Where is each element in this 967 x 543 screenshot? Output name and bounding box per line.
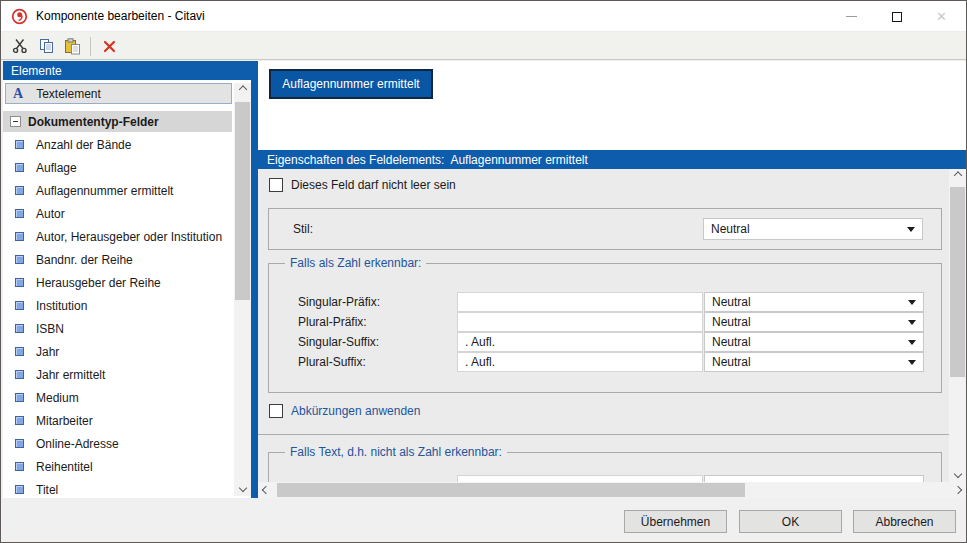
sidebar-item-label: Medium — [36, 391, 79, 405]
sidebar-item-label: Mitarbeiter — [36, 414, 93, 428]
delete-button[interactable] — [96, 35, 122, 58]
main-pane: Auflagennummer ermittelt Eigenschaften d… — [258, 61, 966, 498]
sidebar-item-textelement[interactable]: A Textelement — [5, 83, 232, 104]
maximize-button[interactable] — [874, 1, 919, 32]
field-element-chip[interactable]: Auflagennummer ermittelt — [269, 69, 433, 99]
sidebar-item-mitarbeiter[interactable]: Mitarbeiter — [3, 409, 232, 432]
singular-prefix-style-dropdown[interactable]: Neutral — [704, 292, 924, 312]
sidebar-item-autor-herausgeber-institution[interactable]: Autor, Herausgeber oder Institution — [3, 225, 232, 248]
sidebar-item-label: ISBN — [36, 322, 64, 336]
cancel-button[interactable]: Abbrechen — [853, 510, 956, 533]
field-icon — [15, 255, 24, 264]
collapse-minus-icon[interactable] — [10, 116, 21, 127]
sidebar-item-label: Textelement — [36, 87, 101, 101]
sidebar-item-label: Jahr — [36, 345, 59, 359]
sidebar-item-jahr-ermittelt[interactable]: Jahr ermittelt — [3, 363, 232, 386]
paste-icon — [64, 38, 81, 55]
delete-x-icon — [102, 39, 117, 54]
dropdown-arrow-icon — [908, 300, 916, 305]
sidebar-item-anzahl-der-baende[interactable]: Anzahl der Bände — [3, 133, 232, 156]
scroll-up-button[interactable] — [949, 169, 966, 185]
ok-button[interactable]: OK — [739, 510, 842, 533]
field-icon — [15, 393, 24, 402]
sidebar-item-label: Jahr ermittelt — [36, 368, 105, 382]
singular-suffix-input[interactable]: . Aufl. — [457, 332, 703, 352]
sidebar-item-auflage[interactable]: Auflage — [3, 156, 232, 179]
sidebar-scrollbar[interactable] — [234, 83, 251, 496]
scroll-down-button[interactable] — [949, 466, 966, 482]
scroll-right-button[interactable] — [950, 482, 966, 498]
text-group-dropdown[interactable] — [704, 475, 924, 482]
close-icon: ✕ — [936, 10, 947, 23]
chevron-down-icon — [953, 470, 961, 478]
plural-prefix-style-dropdown[interactable]: Neutral — [704, 312, 924, 332]
plural-suffix-style-dropdown[interactable]: Neutral — [704, 352, 924, 372]
chevron-right-icon — [954, 486, 962, 494]
sidebar-item-institution[interactable]: Institution — [3, 294, 232, 317]
close-button[interactable]: ✕ — [919, 1, 964, 32]
sidebar-item-label: Anzahl der Bände — [36, 138, 131, 152]
sidebar-item-label: Auflage — [36, 161, 77, 175]
singular-suffix-style-dropdown[interactable]: Neutral — [704, 332, 924, 352]
sidebar-item-medium[interactable]: Medium — [3, 386, 232, 409]
elements-sidebar: Elemente A Textelement Dokumententyp-Fel… — [3, 61, 251, 498]
apply-button[interactable]: Übernehmen — [624, 510, 727, 533]
properties-vertical-scrollbar[interactable] — [949, 169, 966, 482]
field-icon — [15, 209, 24, 218]
window-controls: ✕ — [829, 1, 964, 32]
text-group-fieldset: Falls Text, d.h. nicht als Zahl erkennba… — [268, 452, 942, 482]
toolbar-separator — [90, 37, 91, 56]
field-icon — [15, 370, 24, 379]
toolbar — [1, 33, 966, 60]
paste-button[interactable] — [59, 35, 85, 58]
footer: Übernehmen OK Abbrechen — [1, 498, 966, 543]
cut-button[interactable] — [7, 35, 33, 58]
sidebar-item-label: Autor, Herausgeber oder Institution — [36, 230, 222, 244]
not-empty-checkbox-label: Dieses Feld darf nicht leer sein — [291, 178, 456, 192]
text-group-partial-row — [269, 475, 941, 482]
citavi-logo-icon — [11, 8, 28, 25]
dropdown-value: Neutral — [712, 335, 751, 349]
sidebar-item-jahr[interactable]: Jahr — [3, 340, 232, 363]
abbrev-checkbox[interactable] — [269, 404, 283, 418]
sidebar-item-label: Reihentitel — [36, 460, 93, 474]
sidebar-group-dokumententyp-felder[interactable]: Dokumententyp-Felder — [3, 111, 232, 132]
chevron-up-icon — [953, 171, 961, 179]
component-canvas: Auflagennummer ermittelt — [258, 61, 966, 150]
scroll-up-button[interactable] — [234, 83, 251, 99]
properties-panel: Dieses Feld darf nicht leer sein Stil: N… — [258, 169, 966, 498]
sidebar-item-bandnr-der-reihe[interactable]: Bandnr. der Reihe — [3, 248, 232, 271]
pane-splitter[interactable] — [251, 61, 258, 498]
scroll-down-button[interactable] — [234, 480, 251, 496]
minimize-button[interactable] — [829, 1, 874, 32]
text-group-input[interactable] — [457, 475, 703, 482]
plural-suffix-label: Plural-Suffix: — [298, 355, 366, 369]
scroll-left-button[interactable] — [258, 482, 274, 498]
plural-suffix-input[interactable]: . Aufl. — [457, 352, 703, 372]
scrollbar-thumb[interactable] — [950, 187, 965, 377]
dropdown-arrow-icon — [908, 360, 916, 365]
not-empty-checkbox[interactable] — [269, 178, 283, 192]
sidebar-item-auflagennummer-ermittelt[interactable]: Auflagennummer ermittelt — [3, 179, 232, 202]
sidebar-item-label: Online-Adresse — [36, 437, 119, 451]
scrollbar-thumb[interactable] — [277, 483, 745, 497]
properties-horizontal-scrollbar[interactable] — [258, 482, 966, 498]
sidebar-item-online-adresse[interactable]: Online-Adresse — [3, 432, 232, 455]
sidebar-item-herausgeber-der-reihe[interactable]: Herausgeber der Reihe — [3, 271, 232, 294]
scrollbar-thumb[interactable] — [235, 102, 250, 300]
content-area: Elemente A Textelement Dokumententyp-Fel… — [1, 61, 966, 498]
plural-prefix-input[interactable] — [457, 312, 703, 332]
sidebar-item-titel[interactable]: Titel — [3, 478, 232, 498]
singular-prefix-input[interactable] — [457, 292, 703, 312]
style-dropdown[interactable]: Neutral — [703, 218, 923, 240]
chevron-down-icon — [238, 484, 246, 492]
style-dropdown-value: Neutral — [711, 222, 750, 236]
sidebar-item-isbn[interactable]: ISBN — [3, 317, 232, 340]
abbrev-checkbox-label: Abkürzungen anwenden — [291, 404, 420, 418]
dropdown-value: Neutral — [712, 315, 751, 329]
dropdown-arrow-icon — [908, 320, 916, 325]
copy-button[interactable] — [33, 35, 59, 58]
sidebar-item-autor[interactable]: Autor — [3, 202, 232, 225]
dropdown-arrow-icon — [907, 227, 915, 232]
sidebar-item-reihentitel[interactable]: Reihentitel — [3, 455, 232, 478]
